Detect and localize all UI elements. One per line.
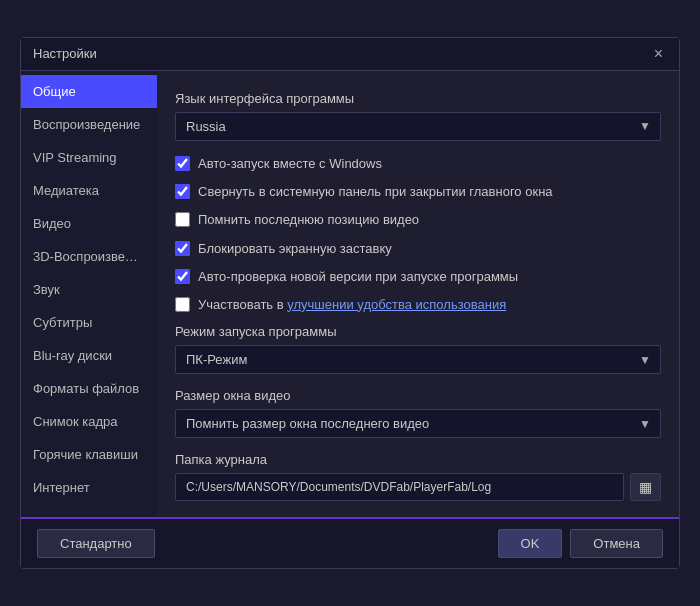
- footer-left: Стандартно: [37, 529, 155, 558]
- launch-mode-label: Режим запуска программы: [175, 324, 661, 339]
- launch-mode-dropdown-wrapper: ПК-РежимTV-Режим ▼: [175, 345, 661, 374]
- checkbox-screensaver-label: Блокировать экранную заставку: [198, 240, 392, 258]
- checkbox-autostart-label: Авто-запуск вместе с Windows: [198, 155, 382, 173]
- folder-icon: ▦: [639, 479, 652, 495]
- settings-dialog: Настройки × ОбщиеВоспроизведениеVIP Stre…: [20, 37, 680, 569]
- language-label: Язык интерфейса программы: [175, 91, 661, 106]
- checkbox-autoupdate-input[interactable]: [175, 269, 190, 284]
- checkbox-remember-pos-input[interactable]: [175, 212, 190, 227]
- folder-browse-button[interactable]: ▦: [630, 473, 661, 501]
- title-bar: Настройки ×: [21, 38, 679, 71]
- dialog-content: ОбщиеВоспроизведениеVIP StreamingМедиате…: [21, 71, 679, 517]
- language-dropdown[interactable]: RussiaEnglishDeutschFrançais中文: [175, 112, 661, 141]
- checkbox-autostart-input[interactable]: [175, 156, 190, 171]
- sidebar-item-formats[interactable]: Форматы файлов: [21, 372, 157, 405]
- checkbox-autoupdate-label: Авто-проверка новой версии при запуске п…: [198, 268, 518, 286]
- checkbox-autostart: Авто-запуск вместе с Windows: [175, 155, 661, 173]
- checkbox-minimize-label: Свернуть в системную панель при закрытии…: [198, 183, 553, 201]
- participate-link[interactable]: улучшении удобства использования: [287, 297, 506, 312]
- sidebar-item-playback[interactable]: Воспроизведение: [21, 108, 157, 141]
- launch-mode-dropdown[interactable]: ПК-РежимTV-Режим: [175, 345, 661, 374]
- checkbox-participate-input[interactable]: [175, 297, 190, 312]
- window-size-dropdown[interactable]: Помнить размер окна последнего видеоФикс…: [175, 409, 661, 438]
- ok-button[interactable]: OK: [498, 529, 563, 558]
- checkbox-participate-label: Участвовать в улучшении удобства использ…: [198, 296, 506, 314]
- main-panel: Язык интерфейса программы RussiaEnglishD…: [157, 71, 679, 517]
- sidebar-item-audio[interactable]: Звук: [21, 273, 157, 306]
- checkbox-remember-pos-label: Помнить последнюю позицию видео: [198, 211, 419, 229]
- sidebar-item-internet[interactable]: Интернет: [21, 471, 157, 504]
- checkbox-screensaver: Блокировать экранную заставку: [175, 240, 661, 258]
- checkbox-screensaver-input[interactable]: [175, 241, 190, 256]
- sidebar-item-hotkeys[interactable]: Горячие клавиши: [21, 438, 157, 471]
- window-size-dropdown-wrapper: Помнить размер окна последнего видеоФикс…: [175, 409, 661, 438]
- sidebar-item-general[interactable]: Общие: [21, 75, 157, 108]
- cancel-button[interactable]: Отмена: [570, 529, 663, 558]
- footer-right: OK Отмена: [498, 529, 663, 558]
- dialog-title: Настройки: [33, 46, 97, 61]
- checkbox-minimize-input[interactable]: [175, 184, 190, 199]
- checkbox-minimize: Свернуть в системную панель при закрытии…: [175, 183, 661, 201]
- sidebar-item-video[interactable]: Видео: [21, 207, 157, 240]
- log-folder-row: ▦: [175, 473, 661, 501]
- sidebar-item-snapshot[interactable]: Снимок кадра: [21, 405, 157, 438]
- checkbox-autoupdate: Авто-проверка новой версии при запуске п…: [175, 268, 661, 286]
- footer: Стандартно OK Отмена: [21, 517, 679, 568]
- window-size-label: Размер окна видео: [175, 388, 661, 403]
- log-folder-input[interactable]: [175, 473, 624, 501]
- sidebar-item-3d[interactable]: 3D-Воспроизведен: [21, 240, 157, 273]
- checkbox-participate: Участвовать в улучшении удобства использ…: [175, 296, 661, 314]
- close-button[interactable]: ×: [650, 46, 667, 62]
- sidebar-item-library[interactable]: Медиатека: [21, 174, 157, 207]
- checkbox-remember-pos: Помнить последнюю позицию видео: [175, 211, 661, 229]
- log-folder-label: Папка журнала: [175, 452, 661, 467]
- default-button[interactable]: Стандартно: [37, 529, 155, 558]
- sidebar: ОбщиеВоспроизведениеVIP StreamingМедиате…: [21, 71, 157, 517]
- sidebar-item-vip-streaming[interactable]: VIP Streaming: [21, 141, 157, 174]
- sidebar-item-subtitles[interactable]: Субтитры: [21, 306, 157, 339]
- sidebar-item-bluray[interactable]: Blu-ray диски: [21, 339, 157, 372]
- language-dropdown-wrapper: RussiaEnglishDeutschFrançais中文 ▼: [175, 112, 661, 141]
